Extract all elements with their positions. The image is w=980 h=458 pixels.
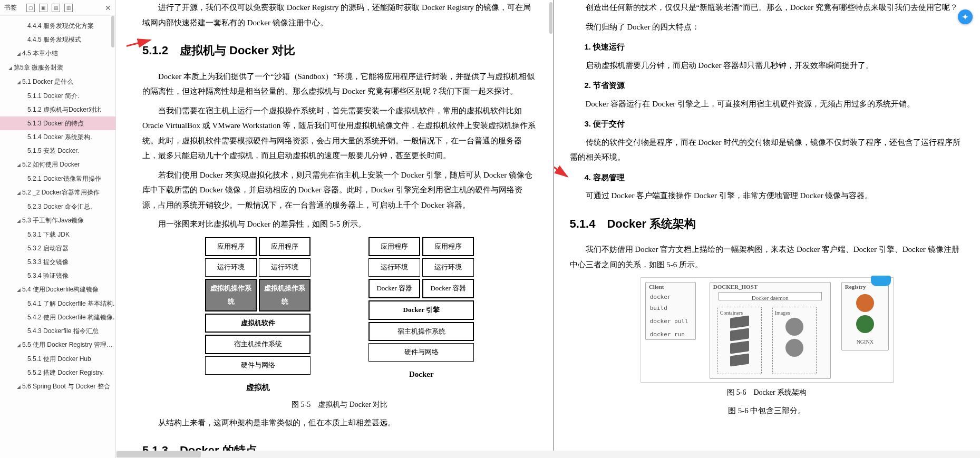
- docker-whale-icon: [871, 276, 891, 286]
- collapse-toggle-icon[interactable]: ◢: [16, 338, 21, 352]
- collapse-toggle-icon[interactable]: ◢: [16, 186, 21, 200]
- panel-label: Registry: [845, 281, 866, 293]
- toc-item-label: 4.4.4 服务发现优化方案: [27, 22, 94, 30]
- toc-item-label: 5.1.1 Docker 简介.: [27, 92, 80, 100]
- host-panel: DOCKER_HOST Docker daemon Containers Ima…: [710, 282, 831, 379]
- toc-item[interactable]: 5.3.4 验证镜像: [0, 269, 115, 282]
- toc-item[interactable]: 5.1.2 虚拟机与Docker对比: [0, 103, 115, 116]
- page-right: 创造出任何新的技术，仅仅只是“新瓶装老酒”而已。那么，Docker 究竟有哪些特…: [554, 0, 981, 458]
- collapse-toggle-icon[interactable]: ◢: [16, 283, 21, 297]
- paragraph: Docker 容器运行在 Docker 引擎之上，可直接利用宿主机硬件资源，无须…: [570, 96, 965, 112]
- images-box: Images: [772, 307, 817, 374]
- close-icon[interactable]: ✕: [105, 4, 111, 12]
- toc-item[interactable]: 5.3.1 下载 JDK: [0, 228, 115, 241]
- sidebar-tool-1-icon[interactable]: ▢: [26, 4, 35, 12]
- collapse-toggle-icon[interactable]: ◢: [16, 75, 21, 89]
- panel-label: DOCKER_HOST: [713, 281, 758, 293]
- paragraph: 从结构上来看，这两种架构是非常类似的，但在本质上却相差甚远。: [142, 415, 537, 431]
- registry-panel: Registry NGINX: [841, 282, 889, 350]
- box: 运行环境: [205, 258, 257, 277]
- collapse-toggle-icon[interactable]: ◢: [16, 158, 21, 172]
- toc-item[interactable]: 4.4.5 服务发现模式: [0, 33, 115, 46]
- toc-item[interactable]: ◢5.2 _2 Docker容器常用操作: [0, 186, 115, 200]
- box: Docker 引擎: [368, 300, 474, 320]
- toc-item[interactable]: 5.1.1 Docker 简介.: [0, 89, 115, 103]
- figure-5-5: 应用程序应用程序 运行环境运行环境 虚拟机操作系统虚拟机操作系统 虚拟机软件 宿…: [142, 237, 537, 395]
- vm-stack: 应用程序应用程序 运行环境运行环境 虚拟机操作系统虚拟机操作系统 虚拟机软件 宿…: [205, 237, 311, 395]
- paragraph: 启动虚拟机需要几分钟，而启动 Docker 容器却只需几秒钟，开发效率瞬间提升了…: [570, 58, 965, 73]
- sidebar-scrollbar[interactable]: [111, 16, 114, 47]
- collapse-toggle-icon[interactable]: ◢: [16, 380, 21, 394]
- toc-item[interactable]: 5.5.2 搭建 Docker Registry.: [0, 366, 115, 379]
- paragraph: 进行了开源，我们不仅可以免费获取 Docker Registry 的源码，还能随…: [142, 0, 537, 30]
- toc-item[interactable]: 5.2.1 Docker镜像常用操作: [0, 172, 115, 186]
- toc-item[interactable]: 5.4.3 Dockerfile 指令汇总: [0, 324, 115, 338]
- collapse-toggle-icon[interactable]: ◢: [16, 47, 21, 61]
- page-left: 进行了开源，我们不仅可以免费获取 Docker Registry 的源码，还能随…: [127, 0, 554, 458]
- toc-item[interactable]: 5.4.2 使用 Dockerfile 构建镜像.: [0, 310, 115, 324]
- registry-sublabel: NGINX: [842, 337, 888, 347]
- toc-item[interactable]: 5.1.5 安装 Docker.: [0, 144, 115, 158]
- container-icon: [730, 354, 749, 367]
- paragraph: 可通过 Docker 客户端直接操作 Docker 引擎，非常方便地管理 Doc…: [570, 188, 965, 203]
- collapse-toggle-icon[interactable]: ◢: [16, 214, 21, 228]
- toc-item[interactable]: 5.3.2 启动容器: [0, 241, 115, 255]
- toc-item-label: 5.6 Spring Boot 与 Docker 整合: [22, 383, 110, 390]
- toc-item-label: 5.2 如何使用 Docker: [22, 161, 80, 168]
- toc-item[interactable]: 5.5.1 使用 Docker Hub: [0, 352, 115, 366]
- box: 应用程序: [368, 237, 420, 257]
- heading-5-1-4: 5.1.4 Docker 系统架构: [570, 213, 965, 235]
- registry-image-icon: [856, 315, 874, 333]
- toc-item-label: 4.5 本章小结: [22, 50, 58, 57]
- box: 运行环境: [422, 258, 474, 277]
- toc-item-label: 5.4.3 Dockerfile 指令汇总: [27, 327, 99, 335]
- paragraph: 传统的软件交付物是程序，而在 Docker 时代的交付物却是镜像，镜像不仅封装了…: [570, 135, 965, 165]
- cmd: docker build: [650, 292, 691, 314]
- subheading: 2. 节省资源: [570, 78, 965, 93]
- toc-item[interactable]: ◢4.5 本章小结: [0, 46, 115, 61]
- toc-item-label: 5.5 使用 Docker Registry 管理镜像: [22, 341, 115, 348]
- sidebar-tool-3-icon[interactable]: ▤: [52, 4, 60, 12]
- toc-item-label: 5.4.1 了解 Dockerfile 基本结构.: [27, 300, 114, 307]
- toc-item[interactable]: 5.1.4 Docker 系统架构.: [0, 130, 115, 144]
- sidebar-toolbar: ▢ ▣ ▤ ▥: [26, 4, 73, 12]
- container-icon: [730, 341, 749, 354]
- bookmarks-tree[interactable]: 4.4.4 服务发现优化方案4.4.5 服务发现模式◢4.5 本章小结◢第5章 …: [0, 16, 115, 458]
- box: Docker 容器: [422, 279, 474, 298]
- image-icon: [785, 339, 803, 357]
- docker-stack: 应用程序应用程序 运行环境运行环境 Docker 容器Docker 容器 Doc…: [368, 237, 474, 395]
- toc-item[interactable]: ◢5.3 手工制作Java镜像: [0, 213, 115, 228]
- heading-5-1-2: 5.1.2 虚拟机与 Docker 对比: [142, 40, 537, 62]
- collapse-toggle-icon[interactable]: ◢: [7, 61, 13, 75]
- image-icon: [785, 318, 803, 336]
- toc-item-label: 5.2 _2 Docker容器常用操作: [22, 189, 100, 196]
- page-scrollbar[interactable]: [548, 0, 553, 458]
- stack-label: Docker: [368, 367, 474, 382]
- toc-item[interactable]: ◢第5章 微服务封装: [0, 61, 115, 75]
- toc-item[interactable]: 5.4.1 了解 Dockerfile 基本结构.: [0, 297, 115, 310]
- toc-item[interactable]: ◢5.6 Spring Boot 与 Docker 整合: [0, 379, 115, 394]
- sidebar-tool-2-icon[interactable]: ▣: [39, 4, 47, 12]
- toc-item[interactable]: 4.4.4 服务发现优化方案: [0, 19, 115, 33]
- subheading: 3. 便于交付: [570, 116, 965, 132]
- help-fab-button[interactable]: ✦: [958, 9, 973, 24]
- figure-caption: 图 5-6 Docker 系统架构: [570, 386, 965, 400]
- toc-item[interactable]: 5.1.3 Docker 的特点: [0, 116, 115, 130]
- box: 运行环境: [259, 258, 311, 277]
- toc-item[interactable]: ◢5.4 使用Dockerfile构建镜像: [0, 282, 115, 297]
- box: 应用程序: [259, 237, 311, 257]
- horizontal-scrollbar[interactable]: [116, 451, 980, 458]
- toc-item[interactable]: ◢5.2 如何使用 Docker: [0, 158, 115, 172]
- toc-item[interactable]: 5.2.3 Docker 命令汇总.: [0, 200, 115, 213]
- box: 虚拟机操作系统: [259, 279, 311, 311]
- toc-item[interactable]: ◢5.1 Docker 是什么: [0, 75, 115, 89]
- toc-item-label: 第5章 微服务封装: [14, 64, 63, 71]
- paragraph: Docker 本质上为我们提供了一个“沙箱（Sandbox）”环境，它能将应用程…: [142, 69, 537, 99]
- toc-item[interactable]: ◢5.5 使用 Docker Registry 管理镜像: [0, 338, 115, 352]
- container-icon: [730, 316, 749, 329]
- toc-item-label: 5.5.2 搭建 Docker Registry.: [27, 369, 104, 376]
- toc-item-label: 5.4 使用Dockerfile构建镜像: [22, 286, 99, 293]
- toc-item[interactable]: 5.3.3 提交镜像: [0, 255, 115, 269]
- box: 宿主机操作系统: [205, 335, 311, 354]
- sidebar-tool-4-icon[interactable]: ▥: [64, 4, 73, 12]
